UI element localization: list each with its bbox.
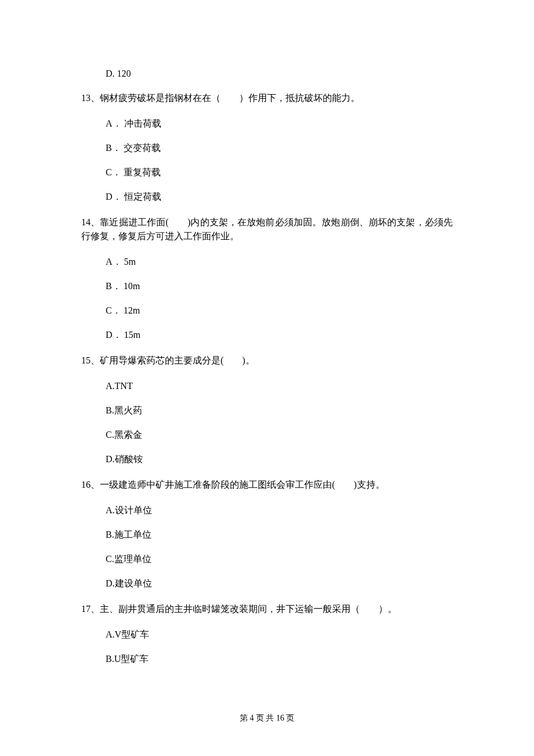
- q16-option-d: D.建设单位: [81, 577, 453, 591]
- q17-option-a: A.V型矿车: [81, 628, 453, 642]
- q16-option-a: A.设计单位: [81, 503, 453, 517]
- question-15: 15、矿用导爆索药芯的主要成分是( )。: [81, 354, 453, 368]
- question-14: 14、靠近掘进工作面( )内的支架，在放炮前必须加固。放炮崩倒、崩坏的支架，必须…: [81, 215, 453, 243]
- question-16: 16、一级建造师中矿井施工准备阶段的施工图纸会审工作应由( )支持。: [81, 478, 453, 492]
- q15-option-a: A.TNT: [81, 379, 453, 393]
- page-footer: 第 4 页 共 16 页: [0, 712, 534, 724]
- q14-option-a: A． 5m: [81, 255, 453, 269]
- q12-option-d: D. 120: [81, 67, 453, 81]
- q13-option-d: D． 恒定荷载: [81, 190, 453, 204]
- q14-option-b: B． 10m: [81, 279, 453, 293]
- q13-options: A． 冲击荷载 B． 交变荷载 C． 重复荷载 D． 恒定荷载: [81, 117, 453, 204]
- q16-options: A.设计单位 B.施工单位 C.监理单位 D.建设单位: [81, 503, 453, 591]
- q15-options: A.TNT B.黑火药 C.黑索金 D.硝酸铵: [81, 379, 453, 466]
- q14-options: A． 5m B． 10m C． 12m D． 15m: [81, 255, 453, 342]
- q15-option-c: C.黑索金: [81, 428, 453, 442]
- q15-option-b: B.黑火药: [81, 404, 453, 417]
- q17-options: A.V型矿车 B.U型矿车: [81, 628, 453, 666]
- question-17: 17、主、副井贯通后的主井临时罐笼改装期间，井下运输一般采用（ ）。: [81, 602, 453, 616]
- q13-option-c: C． 重复荷载: [81, 165, 453, 179]
- q16-option-c: C.监理单位: [81, 552, 453, 566]
- q17-option-b: B.U型矿车: [81, 652, 453, 666]
- q13-option-b: B． 交变荷载: [81, 141, 453, 155]
- q14-option-c: C． 12m: [81, 304, 453, 318]
- q16-option-b: B.施工单位: [81, 528, 453, 542]
- q13-option-a: A． 冲击荷载: [81, 117, 453, 131]
- question-13: 13、钢材疲劳破坏是指钢材在在（ ）作用下，抵抗破坏的能力。: [81, 91, 453, 105]
- page-content: D. 120 13、钢材疲劳破坏是指钢材在在（ ）作用下，抵抗破坏的能力。 A．…: [0, 0, 534, 701]
- q15-option-d: D.硝酸铵: [81, 452, 453, 466]
- q14-option-d: D． 15m: [81, 328, 453, 342]
